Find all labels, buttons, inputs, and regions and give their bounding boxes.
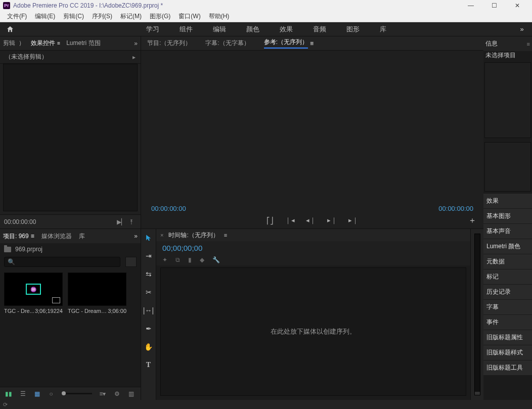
tab-clip[interactable]: 剪辑 ）: [3, 39, 25, 48]
side-tab-effects[interactable]: 效果: [483, 194, 532, 209]
program-timecode-left[interactable]: 00:00:00:00: [151, 205, 438, 212]
new-bin-button[interactable]: [125, 257, 137, 267]
sort-button[interactable]: ≡▾: [99, 390, 106, 397]
add-marker-button[interactable]: ▮: [188, 256, 192, 263]
side-tab-history[interactable]: 历史记录: [483, 285, 532, 300]
timeline-display-button[interactable]: ◆: [200, 256, 204, 263]
play-button[interactable]: ▸｜: [327, 216, 337, 225]
icon-view-button[interactable]: ▦: [33, 390, 40, 397]
program-timecode-right[interactable]: 00:00:00:00: [438, 205, 473, 212]
panel-menu-icon[interactable]: ≡: [527, 41, 530, 47]
thumbnail-size-slider[interactable]: [62, 393, 92, 394]
program-timecodes: 00:00:00:00 00:00:00:00: [141, 205, 483, 212]
workspace-overflow-button[interactable]: »: [512, 25, 532, 33]
effect-controls-body: （未选择剪辑） ▸: [0, 51, 141, 214]
maximize-button[interactable]: ☐: [482, 0, 506, 11]
tab-effect-controls[interactable]: 效果控件≡: [31, 39, 60, 48]
audio-meter[interactable]: [474, 234, 480, 395]
tab-libraries[interactable]: 库: [79, 232, 85, 241]
track-select-tool[interactable]: ⇥: [143, 250, 154, 261]
freeform-view-button[interactable]: ○: [48, 390, 55, 397]
side-tab-events[interactable]: 事件: [483, 315, 532, 330]
panel-menu-icon[interactable]: ≡: [57, 40, 60, 46]
go-to-in-button[interactable]: ｜◂: [285, 216, 295, 225]
program-monitor-body[interactable]: 00:00:00:00 00:00:00:00 ⎡⎦ ｜◂ ◂｜ ▸｜ ▸｜ ＋: [141, 51, 483, 229]
project-search-field[interactable]: [15, 258, 117, 265]
step-back-button[interactable]: ◂｜: [306, 216, 316, 225]
selection-tool[interactable]: [143, 232, 154, 243]
pen-tool[interactable]: ✒: [143, 323, 154, 334]
menu-help[interactable]: 帮助(H): [205, 12, 234, 21]
side-tab-markers[interactable]: 标记: [483, 269, 532, 285]
menu-clip[interactable]: 剪辑(C): [59, 12, 88, 21]
panel-overflow-button[interactable]: »: [134, 233, 138, 240]
tab-project[interactable]: 项目: 969≡: [3, 232, 34, 241]
tab-program[interactable]: 节目:（无序列）: [147, 39, 191, 48]
panel-overflow-button[interactable]: »: [134, 40, 138, 47]
sync-icon[interactable]: ⟳: [3, 401, 8, 408]
menu-edit[interactable]: 编辑(E): [31, 12, 59, 21]
project-search-input[interactable]: 🔍: [4, 257, 120, 267]
timeline-timecode[interactable]: 00;00;00;00: [156, 241, 470, 254]
menu-sequence[interactable]: 序列(S): [88, 12, 116, 21]
mark-in-button[interactable]: ⎡⎦: [267, 217, 274, 224]
workspace-graphics[interactable]: 图形: [346, 25, 360, 34]
workspace-learn[interactable]: 学习: [146, 25, 159, 34]
side-tab-captions[interactable]: 字幕: [483, 300, 532, 315]
program-monitor: 节目:（无序列） 字幕:（无字幕） 参考:（无序列）≡ 00:00:00:00 …: [141, 36, 483, 229]
workspace-assembly[interactable]: 组件: [180, 25, 193, 34]
project-item-thumbnail[interactable]: [68, 272, 126, 306]
settings-button[interactable]: 🔧: [212, 256, 220, 263]
menu-file[interactable]: 文件(F): [3, 12, 31, 21]
dropdown-caret-icon[interactable]: ▸: [132, 54, 136, 61]
home-button[interactable]: [0, 25, 20, 33]
panel-menu-icon[interactable]: ≡: [31, 233, 34, 240]
workspace-color[interactable]: 颜色: [246, 25, 259, 34]
tab-lumetri-scopes[interactable]: Lumetri 范围: [66, 39, 100, 48]
button-editor-add[interactable]: ＋: [468, 215, 476, 226]
side-tab-legacy-title-styles[interactable]: 旧版标题样式: [483, 345, 532, 360]
hand-tool[interactable]: ✋: [143, 341, 154, 352]
minimize-button[interactable]: —: [459, 0, 482, 11]
side-tab-lumetri-color[interactable]: Lumetri 颜色: [483, 239, 532, 254]
side-tab-essential-sound[interactable]: 基本声音: [483, 224, 532, 239]
side-tab-metadata[interactable]: 元数据: [483, 254, 532, 269]
project-item-thumbnail[interactable]: ♒: [4, 272, 63, 306]
play-only-audio-icon[interactable]: ▶▏: [116, 218, 126, 225]
workspace-audio[interactable]: 音频: [313, 25, 326, 34]
close-tab-button[interactable]: ×: [160, 232, 163, 238]
write-protect-icon[interactable]: ▮▮: [5, 390, 12, 397]
type-tool[interactable]: T: [143, 359, 154, 371]
tab-reference[interactable]: 参考:（无序列）≡: [264, 38, 314, 49]
info-panel-header[interactable]: 信息 ≡: [483, 36, 532, 51]
find-button[interactable]: ▥: [127, 390, 135, 397]
timeline-drop-area[interactable]: 在此处放下媒体以创建序列。: [160, 267, 466, 396]
menu-graphics[interactable]: 图形(G): [146, 12, 174, 21]
side-tab-essential-graphics[interactable]: 基本图形: [483, 209, 532, 224]
go-to-out-button[interactable]: ▸｜: [348, 216, 359, 225]
timeline-title[interactable]: 时间轴:（无序列）: [168, 231, 218, 240]
project-item[interactable]: ♒ TGC - Dre... 3;06;19224: [4, 272, 63, 314]
snap-button[interactable]: ✦: [162, 256, 167, 263]
close-button[interactable]: ✕: [506, 0, 529, 11]
workspace-editing[interactable]: 编辑: [213, 25, 226, 34]
ripple-edit-tool[interactable]: ⇆: [143, 268, 154, 280]
list-view-button[interactable]: ☰: [19, 390, 26, 397]
workspace-libraries[interactable]: 库: [380, 25, 386, 34]
linked-selection-button[interactable]: ⧉: [175, 256, 180, 263]
workspace-effects[interactable]: 效果: [280, 25, 293, 34]
tab-captions[interactable]: 字幕:（无字幕）: [205, 39, 249, 48]
menu-marker[interactable]: 标记(M): [116, 12, 146, 21]
menu-window[interactable]: 窗口(W): [174, 12, 204, 21]
panel-menu-icon[interactable]: ≡: [310, 40, 314, 47]
razor-tool[interactable]: ✂: [143, 287, 154, 298]
side-tab-legacy-title-tools[interactable]: 旧版标题工具: [483, 360, 532, 376]
export-frame-icon[interactable]: ⭱: [126, 218, 137, 225]
auto-match-button[interactable]: ⚙: [113, 390, 120, 397]
project-bin-area[interactable]: ♒ TGC - Dre... 3;06;19224 TGC - Dreamer.…: [0, 268, 141, 387]
slip-tool[interactable]: |↔|: [143, 305, 154, 316]
tab-media-browser[interactable]: 媒体浏览器: [41, 232, 72, 241]
side-tab-legacy-title-props[interactable]: 旧版标题属性: [483, 330, 532, 345]
project-item[interactable]: TGC - Dreamer... 3;06:00: [68, 272, 126, 314]
panel-menu-icon[interactable]: ≡: [224, 232, 227, 238]
